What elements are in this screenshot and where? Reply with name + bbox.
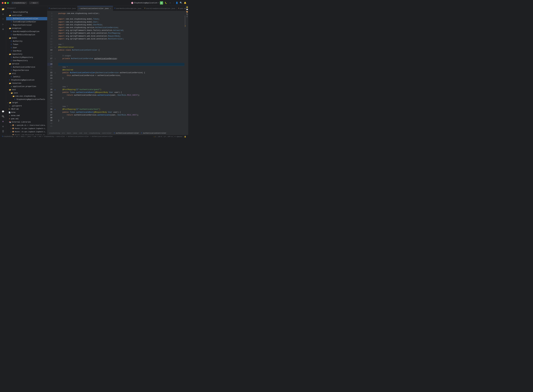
impl-icon[interactable]: ◁ [55, 72, 55, 74]
scrollbar-thumb[interactable] [185, 15, 186, 27]
code-line: package com.eve.staybooking.controller; [58, 12, 184, 15]
sidebar-item-user-repository[interactable]: ⓘ UserRepository [6, 59, 47, 62]
sidebar-item-controller-folder[interactable]: ▾ 📂 controller [6, 14, 47, 17]
sidebar-item-authority-repository[interactable]: ⓘ AuthorityRepository [6, 56, 47, 59]
debug-button[interactable]: 🐛 [164, 1, 167, 5]
warning-indicator [185, 26, 186, 26]
breadcrumb-staybooking2[interactable]: staybooking [89, 132, 100, 134]
breadcrumb-java[interactable]: java [73, 132, 77, 134]
tab-label: pom.xml (staybooking) [180, 8, 186, 9]
code-line: public Token authenticateHost(@RequestBo… [58, 111, 184, 114]
search-icon[interactable]: 🔍 [179, 1, 182, 5]
sidebar-item-custom-exception-handler[interactable]: © CustomExceptionHandler [6, 20, 47, 23]
database-right-icon[interactable]: 🗄 [186, 16, 188, 18]
sidebar-item-staybooking-app[interactable]: © StaybookingApplication [6, 79, 47, 82]
sidebar-item-target-folder[interactable]: ▶ 📁 target [6, 101, 47, 104]
breadcrumb-main[interactable]: main [67, 132, 71, 134]
breadcrumb-src[interactable]: src [62, 132, 65, 134]
sidebar-item-user-already-exist[interactable]: © UserAlreadyExistException [6, 30, 47, 33]
minimize-button[interactable] [5, 2, 6, 4]
tab-pom-xml[interactable]: M pom.xml (staybooking) [177, 6, 186, 11]
sidebar-item-logback-classic[interactable]: ▶ 📦 Maven: ch.qos.logback:logback-classi… [6, 127, 47, 130]
tab-user-already-exist[interactable]: © UserAlreadyExistException.java [143, 6, 177, 11]
sidebar-item-repository-folder[interactable]: ▾ 📂 repository [6, 53, 47, 56]
sidebar-item-openjdk[interactable]: ▶ 📦 < openjdk-21 > /Users/eve/Library/Ja… [6, 124, 47, 127]
project-selector[interactable]: S staybooking ▼ [11, 2, 27, 4]
impl-icon[interactable]: ◁ [55, 58, 55, 60]
sidebar-item-user-not-exist[interactable]: © UserNotExistException [6, 33, 47, 37]
tab-user-not-exist[interactable]: © UserNotExistException.java [113, 6, 143, 11]
sidebar-item-model-folder[interactable]: ▾ 📂 model [6, 37, 47, 40]
sidebar-item-java-folder[interactable]: ▾ 📂 java [6, 91, 47, 95]
sidebar-item-application-properties[interactable]: ⚙ application.properties [6, 85, 47, 88]
breadcrumb-staybooking[interactable]: staybooking [49, 132, 60, 134]
status-warning[interactable]: ⚠ 1 [153, 135, 157, 138]
sidebar-item-help-md[interactable]: M↓ HELP.md [6, 107, 47, 111]
sidebar-item-authority[interactable]: ⓘ Authority [6, 40, 47, 43]
breadcrumb-com[interactable]: com [79, 132, 82, 134]
sidebar-header[interactable]: Project ▼ [6, 6, 47, 11]
sidebar-item-com-eve-folder[interactable]: ▾ 📂 com.eve.staybooking [6, 95, 47, 98]
sidebar-item-exception-folder[interactable]: ▾ 📂 exception [6, 27, 47, 30]
sidebar-item-resources-folder[interactable]: ▾ 📂 resources [6, 82, 47, 85]
sidebar-item-jwt-util[interactable]: © JwtUtil [6, 75, 47, 79]
sidebar-item-register-controller[interactable]: © RegisterController [6, 23, 47, 27]
breadcrumb-auth-controller2[interactable]: © AuthenticationController [141, 132, 166, 134]
database-icon[interactable]: 🗄 [1, 129, 5, 134]
status-indent[interactable]: 4 spaces [174, 135, 183, 138]
project-name: staybooking [14, 2, 25, 4]
notifications-sidebar-icon[interactable]: 💬 [1, 109, 5, 114]
ai-icon[interactable]: m [1, 119, 5, 124]
close-button[interactable] [2, 2, 4, 4]
settings-icon[interactable]: ⚙ [1, 124, 5, 129]
plugins-icon[interactable]: 🔌 [1, 114, 5, 119]
tab-auth-service[interactable]: © AuthenticationService.java [47, 6, 77, 11]
sidebar-item-register-service[interactable]: © RegisterService [6, 69, 47, 72]
sidebar-item-staybooking-tests[interactable]: © StaybookingApplicationTests [6, 98, 47, 101]
sidebar-item-mvnw[interactable]: 📄 mvnw [6, 111, 47, 114]
sidebar-item-gitignore[interactable]: ⊙ .gitignore [6, 104, 47, 107]
sidebar-item-authentication-controller[interactable]: © AuthenticationController [6, 17, 47, 20]
plugins-right-icon[interactable]: 🔌 [186, 13, 188, 15]
sidebar-item-util-folder[interactable]: ▾ 📂 util [6, 72, 47, 75]
status-position[interactable]: 19:5 [157, 135, 163, 138]
editor-scrollbar[interactable] [184, 11, 186, 131]
notifications-icon[interactable]: 🔔 [184, 1, 186, 5]
tab-close-button[interactable]: ✕ [109, 8, 111, 9]
sidebar-item-pom-xml[interactable]: M pom.xml [6, 117, 47, 121]
run-configs-icon[interactable]: ▷ [1, 22, 5, 26]
structure-icon[interactable]: ⊞ [1, 27, 5, 32]
impl-icon[interactable]: ◁ [55, 47, 55, 48]
commit-icon[interactable]: ⊙ [1, 12, 5, 16]
code-editor[interactable]: package com.eve.staybooking.controller; … [57, 11, 184, 131]
status-encoding[interactable]: UTF-8 [167, 135, 173, 138]
sidebar-item-logback-core[interactable]: ▶ 📦 Maven: ch.qos.logback:logback-core:1… [6, 130, 47, 133]
sidebar-item-authentication-service[interactable]: © AuthenticationService [6, 65, 47, 69]
notifications-right-icon[interactable]: 💬 [186, 9, 188, 11]
breadcrumb-auth-controller[interactable]: © AuthenticationController [114, 132, 139, 134]
sidebar-item-jackson-annotation[interactable]: ▶ 📦 Maven: com.fasterxml.jackson.core:ja… [6, 133, 47, 135]
tab-auth-controller[interactable]: © AuthenticationController.java ✕ [77, 6, 113, 11]
git-branches-icon[interactable]: ⑂ [1, 17, 5, 21]
breadcrumb-eve[interactable]: eve [84, 132, 87, 134]
bookmarks-icon[interactable]: ⭐ [186, 6, 188, 8]
status-read-only[interactable]: 🔒 [183, 135, 187, 138]
sidebar-item-service-folder[interactable]: ▾ 📂 service [6, 62, 47, 65]
sidebar-item-token[interactable]: © Token [6, 43, 47, 46]
sidebar-item-mvnw-cmd[interactable]: ⚡ mvnw.cmd [6, 114, 47, 117]
sidebar-item-test-folder[interactable]: ▾ 📂 test [6, 88, 47, 91]
sidebar-item-security-config[interactable]: © SecurityConfig [6, 11, 47, 14]
branch-selector[interactable]: ⎇ main ▼ [29, 1, 39, 4]
more-options-button[interactable]: ⋯ [169, 1, 172, 5]
sidebar-item-user[interactable]: © User [6, 46, 47, 49]
status-line-ending[interactable]: LF [163, 135, 167, 138]
breadcrumb-controller[interactable]: controller [102, 132, 112, 134]
profile-icon[interactable]: 👤 [175, 1, 178, 5]
status-file-path[interactable]: © staybooking > src > main > java > com … [1, 135, 114, 138]
palette-icon[interactable]: 🎨 [186, 11, 188, 13]
sidebar-item-user-role[interactable]: © UserRole [6, 49, 47, 53]
sidebar-item-external-libs[interactable]: ▾ 📚 External Libraries [6, 121, 47, 124]
run-button[interactable]: ▶ [160, 1, 163, 5]
maximize-button[interactable] [7, 2, 9, 4]
project-view-icon[interactable]: 📁 [1, 7, 5, 11]
